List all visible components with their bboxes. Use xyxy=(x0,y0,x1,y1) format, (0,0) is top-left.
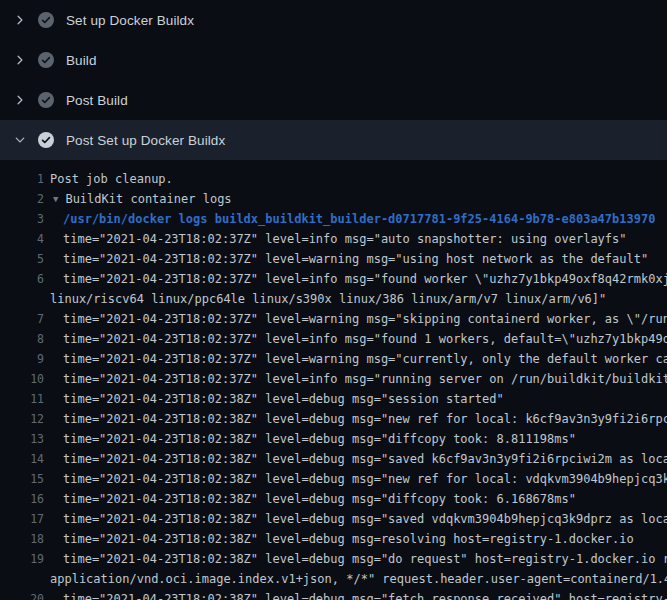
line-number[interactable]: 11 xyxy=(0,392,46,406)
check-circle-icon xyxy=(38,132,54,148)
log-line: 8time="2021-04-23T18:02:37Z" level=info … xyxy=(0,329,667,349)
log-text: time="2021-04-23T18:02:38Z" level=debug … xyxy=(46,472,667,486)
log-line-continuation: linux/riscv64 linux/ppc64le linux/s390x … xyxy=(0,289,667,309)
log-line: 19time="2021-04-23T18:02:38Z" level=debu… xyxy=(0,549,667,569)
log-text: time="2021-04-23T18:02:37Z" level=info m… xyxy=(46,232,627,246)
step-list: Set up Docker Buildx Build Post Build xyxy=(0,0,667,160)
log-text: time="2021-04-23T18:02:37Z" level=info m… xyxy=(46,332,667,346)
log-line-continuation: application/vnd.oci.image.index.v1+json,… xyxy=(0,569,667,589)
log-line: 12time="2021-04-23T18:02:38Z" level=debu… xyxy=(0,409,667,429)
step-label: Post Set up Docker Buildx xyxy=(66,133,225,148)
actions-log-viewer: Set up Docker Buildx Build Post Build xyxy=(0,0,667,600)
line-number[interactable]: 7 xyxy=(0,312,46,326)
line-number[interactable]: 20 xyxy=(0,592,46,600)
line-number[interactable]: 18 xyxy=(0,532,46,546)
log-area: 1Post job cleanup.2▼BuildKit container l… xyxy=(0,160,667,600)
log-line: 16time="2021-04-23T18:02:38Z" level=debu… xyxy=(0,489,667,509)
log-line: 2▼BuildKit container logs xyxy=(0,189,667,209)
line-number[interactable]: 9 xyxy=(0,352,46,366)
line-number[interactable]: 12 xyxy=(0,412,46,426)
line-number[interactable]: 2 xyxy=(0,192,46,206)
line-number[interactable]: 19 xyxy=(0,552,46,566)
log-text: time="2021-04-23T18:02:38Z" level=debug … xyxy=(46,392,504,406)
log-line: 10time="2021-04-23T18:02:37Z" level=info… xyxy=(0,369,667,389)
log-text: time="2021-04-23T18:02:37Z" level=warnin… xyxy=(46,312,667,326)
log-command-text: /usr/bin/docker logs buildx_buildkit_bui… xyxy=(46,212,655,226)
line-number[interactable]: 4 xyxy=(0,232,46,246)
log-line: 5time="2021-04-23T18:02:37Z" level=warni… xyxy=(0,249,667,269)
step-header-build[interactable]: Build xyxy=(0,40,667,80)
step-label: Build xyxy=(66,53,97,68)
log-text: time="2021-04-23T18:02:37Z" level=warnin… xyxy=(46,252,648,266)
log-line: 7time="2021-04-23T18:02:37Z" level=warni… xyxy=(0,309,667,329)
log-line: 17time="2021-04-23T18:02:38Z" level=debu… xyxy=(0,509,667,529)
log-text: time="2021-04-23T18:02:38Z" level=debug … xyxy=(46,432,576,446)
step-header-post-build[interactable]: Post Build xyxy=(0,80,667,120)
log-text: time="2021-04-23T18:02:38Z" level=debug … xyxy=(46,512,667,526)
log-text: time="2021-04-23T18:02:37Z" level=info m… xyxy=(46,372,667,386)
line-number[interactable]: 15 xyxy=(0,472,46,486)
log-line: 15time="2021-04-23T18:02:38Z" level=debu… xyxy=(0,469,667,489)
chevron-down-icon[interactable] xyxy=(12,132,28,148)
line-number[interactable]: 14 xyxy=(0,452,46,466)
log-line: 18time="2021-04-23T18:02:38Z" level=debu… xyxy=(0,529,667,549)
line-number[interactable]: 17 xyxy=(0,512,46,526)
line-number[interactable]: 8 xyxy=(0,332,46,346)
log-text: time="2021-04-23T18:02:38Z" level=debug … xyxy=(46,412,667,426)
line-number[interactable]: 13 xyxy=(0,432,46,446)
step-header-setup-docker-buildx[interactable]: Set up Docker Buildx xyxy=(0,0,667,40)
check-circle-icon xyxy=(38,52,54,68)
collapse-triangle-icon[interactable]: ▼ xyxy=(53,194,58,204)
line-number[interactable]: 5 xyxy=(0,252,46,266)
step-label: Set up Docker Buildx xyxy=(66,13,194,28)
log-line: 9time="2021-04-23T18:02:37Z" level=warni… xyxy=(0,349,667,369)
step-label: Post Build xyxy=(66,93,128,108)
log-text: application/vnd.oci.image.index.v1+json,… xyxy=(46,572,667,586)
log-text: time="2021-04-23T18:02:38Z" level=debug … xyxy=(46,532,634,546)
log-line: 20time="2021-04-23T18:02:38Z" level=debu… xyxy=(0,589,667,600)
chevron-right-icon[interactable] xyxy=(12,12,28,28)
log-group-title[interactable]: BuildKit container logs xyxy=(65,192,231,206)
line-number[interactable]: 1 xyxy=(0,172,46,186)
chevron-right-icon[interactable] xyxy=(12,52,28,68)
log-text: time="2021-04-23T18:02:37Z" level=warnin… xyxy=(46,352,667,366)
log-line: 14time="2021-04-23T18:02:38Z" level=debu… xyxy=(0,449,667,469)
log-text: linux/riscv64 linux/ppc64le linux/s390x … xyxy=(46,292,606,306)
line-number[interactable]: 6 xyxy=(0,272,46,286)
line-number[interactable]: 10 xyxy=(0,372,46,386)
log-text: time="2021-04-23T18:02:37Z" level=info m… xyxy=(46,272,667,286)
log-line: 3/usr/bin/docker logs buildx_buildkit_bu… xyxy=(0,209,667,229)
log-line: 1Post job cleanup. xyxy=(0,169,667,189)
log-line: 4time="2021-04-23T18:02:37Z" level=info … xyxy=(0,229,667,249)
log-line: 13time="2021-04-23T18:02:38Z" level=debu… xyxy=(0,429,667,449)
log-text: time="2021-04-23T18:02:38Z" level=debug … xyxy=(46,452,667,466)
log-text: Post job cleanup. xyxy=(46,172,173,186)
line-number[interactable]: 16 xyxy=(0,492,46,506)
step-header-post-setup-docker-buildx[interactable]: Post Set up Docker Buildx xyxy=(0,120,667,160)
check-circle-icon xyxy=(38,12,54,28)
log-line: 6time="2021-04-23T18:02:37Z" level=info … xyxy=(0,269,667,289)
log-text: time="2021-04-23T18:02:38Z" level=debug … xyxy=(46,592,667,600)
log-text: time="2021-04-23T18:02:38Z" level=debug … xyxy=(46,492,576,506)
log-line: 11time="2021-04-23T18:02:38Z" level=debu… xyxy=(0,389,667,409)
check-circle-icon xyxy=(38,92,54,108)
line-number[interactable]: 3 xyxy=(0,212,46,226)
chevron-right-icon[interactable] xyxy=(12,92,28,108)
log-text: time="2021-04-23T18:02:38Z" level=debug … xyxy=(46,552,667,566)
